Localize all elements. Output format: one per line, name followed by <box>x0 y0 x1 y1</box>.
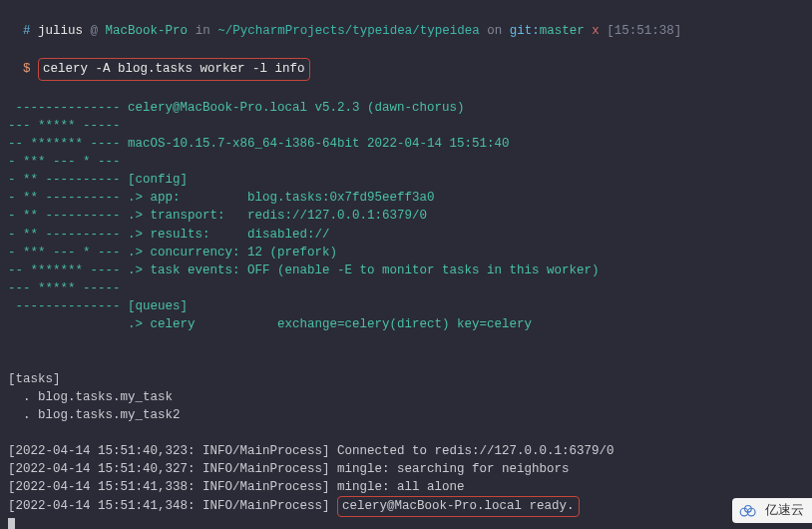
prompt-on: on <box>487 24 502 38</box>
log-message: Connected to redis://127.0.0.1:6379/0 <box>330 444 614 458</box>
tasks-header: [tasks] <box>8 370 804 388</box>
prompt-time: [15:51:38] <box>607 24 681 38</box>
banner-line: .> celery exchange=celery(direct) key=ce… <box>8 315 804 333</box>
prompt-user: julius <box>38 24 83 38</box>
log-lines: [2022-04-14 15:51:40,323: INFO/MainProce… <box>8 442 804 517</box>
prompt-colon: : <box>532 24 540 38</box>
prompt-git: git <box>510 24 533 38</box>
banner-line: - ** ---------- .> app: blog.tasks:0x7fd… <box>8 189 804 207</box>
log-message: mingle: searching for neighbors <box>330 462 570 476</box>
banner-line: -------------- celery@MacBook-Pro.local … <box>8 99 804 117</box>
log-line: [2022-04-14 15:51:40,327: INFO/MainProce… <box>8 460 804 478</box>
banner-line: --- ***** ----- <box>8 117 804 135</box>
log-message: celery@MacBook-Pro.local ready. <box>342 499 575 513</box>
command-line[interactable]: $ celery -A blog.tasks worker -l info <box>8 40 804 80</box>
banner-line: - ** ---------- [config] <box>8 171 804 189</box>
banner-line: -- ******* ---- macOS-10.15.7-x86_64-i38… <box>8 135 804 153</box>
prompt-branch: master <box>540 24 585 38</box>
banner-line: - *** --- * --- .> concurrency: 12 (pref… <box>8 244 804 262</box>
blank-line <box>8 333 804 351</box>
prompt-in: in <box>196 24 210 38</box>
banner-line: --- ***** ----- <box>8 279 804 297</box>
prompt-at: @ <box>91 24 99 38</box>
prompt-path: ~/PycharmProjects/typeidea/typeidea <box>217 24 480 38</box>
prompt-hash: # <box>23 24 31 38</box>
log-message: mingle: all alone <box>330 480 465 494</box>
cloud-icon <box>738 503 760 519</box>
terminal-cursor <box>8 518 15 529</box>
prompt-x: x <box>592 24 600 38</box>
command-prefix: $ <box>23 62 31 76</box>
prompt-host: MacBook-Pro <box>106 24 189 38</box>
log-highlight-box: celery@MacBook-Pro.local ready. <box>337 496 580 516</box>
tasks-list: . blog.tasks.my_task . blog.tasks.my_tas… <box>8 388 804 424</box>
command-text: celery -A blog.tasks worker -l info <box>43 62 305 76</box>
log-line: [2022-04-14 15:51:41,338: INFO/MainProce… <box>8 478 804 496</box>
blank-line <box>8 351 804 369</box>
watermark: 亿速云 <box>732 498 812 523</box>
log-line: [2022-04-14 15:51:40,323: INFO/MainProce… <box>8 442 804 460</box>
banner-line: -------------- [queues] <box>8 297 804 315</box>
banner-line: -- ******* ---- .> task events: OFF (ena… <box>8 262 804 279</box>
log-prefix: [2022-04-14 15:51:40,323: INFO/MainProce… <box>8 444 330 458</box>
banner-line: - ** ---------- .> results: disabled:// <box>8 226 804 244</box>
celery-banner: -------------- celery@MacBook-Pro.local … <box>8 99 804 334</box>
log-prefix: [2022-04-14 15:51:41,348: INFO/MainProce… <box>8 499 330 513</box>
log-line: [2022-04-14 15:51:41,348: INFO/MainProce… <box>8 496 804 516</box>
blank-line <box>8 424 804 442</box>
banner-line: - ** ---------- .> transport: redis://12… <box>8 207 804 225</box>
task-item: . blog.tasks.my_task2 <box>8 406 804 424</box>
shell-prompt-line: # julius @ MacBook-Pro in ~/PycharmProje… <box>8 4 804 40</box>
cursor-line[interactable] <box>8 517 804 530</box>
log-prefix: [2022-04-14 15:51:40,327: INFO/MainProce… <box>8 462 330 476</box>
command-highlight-box: celery -A blog.tasks worker -l info <box>38 58 310 80</box>
watermark-text: 亿速云 <box>765 501 804 520</box>
blank-line <box>8 81 804 99</box>
task-item: . blog.tasks.my_task <box>8 388 804 406</box>
log-prefix: [2022-04-14 15:51:41,338: INFO/MainProce… <box>8 480 330 494</box>
banner-line: - *** --- * --- <box>8 153 804 171</box>
